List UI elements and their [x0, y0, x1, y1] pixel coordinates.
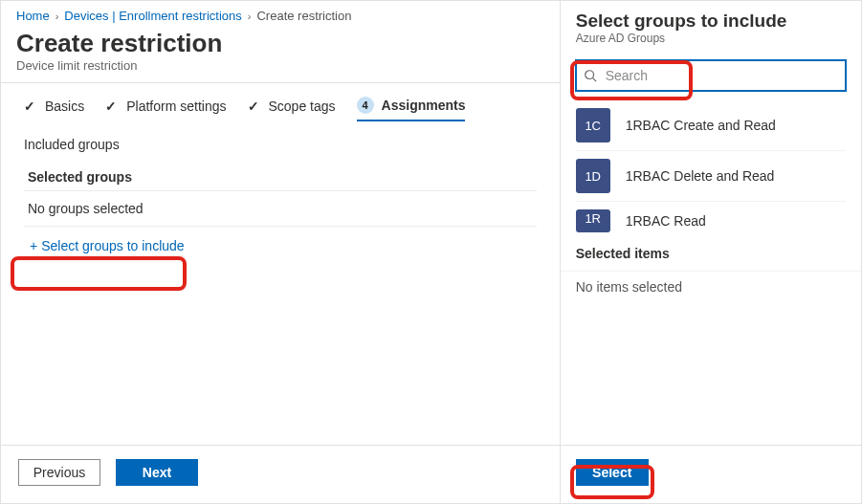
- group-avatar: 1R: [576, 209, 610, 232]
- no-groups-text: No groups selected: [24, 191, 537, 227]
- no-items-text: No items selected: [561, 271, 861, 302]
- step-basics[interactable]: Basics: [24, 99, 84, 120]
- group-item[interactable]: 1D 1RBAC Delete and Read: [576, 150, 846, 201]
- group-item[interactable]: 1C 1RBAC Create and Read: [576, 100, 846, 150]
- plus-icon: +: [30, 238, 37, 253]
- svg-point-0: [585, 71, 593, 79]
- page-subtitle: Device limit restriction: [16, 58, 544, 73]
- main-panel: Home › Devices | Enrollment restrictions…: [1, 1, 560, 503]
- breadcrumb-home[interactable]: Home: [16, 9, 50, 23]
- breadcrumb-current: Create restriction: [256, 9, 351, 23]
- check-icon: [248, 99, 261, 113]
- check-icon: [105, 99, 119, 113]
- group-name-label: 1RBAC Create and Read: [626, 118, 776, 133]
- step-label: Basics: [45, 99, 84, 114]
- step-assignments[interactable]: 4 Assignments: [357, 97, 466, 121]
- select-groups-label: Select groups to include: [41, 238, 184, 253]
- breadcrumb-devices[interactable]: Devices | Enrollment restrictions: [64, 9, 241, 23]
- step-number-badge: 4: [357, 97, 374, 114]
- side-panel: Select groups to include Azure AD Groups…: [560, 1, 861, 503]
- select-button[interactable]: Select: [576, 459, 649, 486]
- wizard-steps: Basics Platform settings Scope tags 4 As…: [1, 83, 560, 127]
- group-name-label: 1RBAC Delete and Read: [626, 168, 775, 184]
- step-label: Scope tags: [269, 99, 336, 114]
- step-label: Platform settings: [126, 99, 226, 114]
- group-name-label: 1RBAC Read: [626, 213, 706, 229]
- step-platform-settings[interactable]: Platform settings: [105, 99, 226, 120]
- check-icon: [24, 99, 37, 113]
- next-button[interactable]: Next: [116, 459, 198, 486]
- page-title: Create restriction: [16, 29, 544, 58]
- step-scope-tags[interactable]: Scope tags: [248, 99, 336, 120]
- group-item[interactable]: 1R 1RBAC Read: [576, 201, 846, 232]
- breadcrumb: Home › Devices | Enrollment restrictions…: [1, 1, 560, 27]
- selected-groups-header: Selected groups: [24, 164, 537, 191]
- group-avatar: 1D: [576, 159, 610, 193]
- select-groups-link[interactable]: + Select groups to include: [24, 232, 190, 259]
- search-input[interactable]: [576, 60, 846, 91]
- svg-line-1: [592, 78, 596, 82]
- wizard-footer: Previous Next: [1, 445, 560, 503]
- search-icon: [584, 69, 597, 82]
- selected-items-header: Selected items: [561, 232, 861, 271]
- section-included-groups: Included groups: [24, 137, 537, 152]
- step-label: Assignments: [382, 98, 466, 113]
- chevron-right-icon: ›: [55, 11, 59, 22]
- group-list: 1C 1RBAC Create and Read 1D 1RBAC Delete…: [561, 100, 861, 232]
- side-panel-title: Select groups to include: [576, 11, 846, 32]
- group-avatar: 1C: [576, 108, 610, 142]
- chevron-right-icon: ›: [248, 11, 252, 22]
- side-panel-subtitle: Azure AD Groups: [576, 32, 846, 45]
- previous-button[interactable]: Previous: [18, 459, 100, 486]
